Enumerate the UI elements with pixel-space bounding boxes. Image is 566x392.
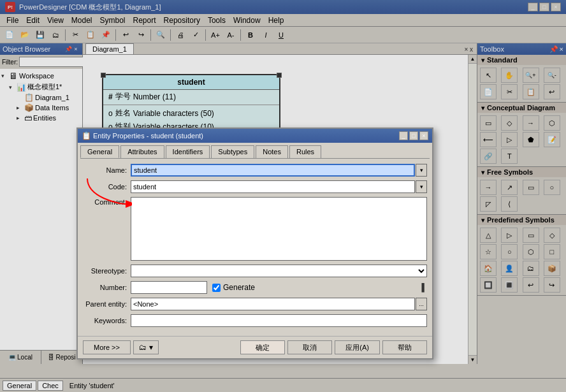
stereotype-label: Stereotype: [83,267,131,275]
cursor-position-indicator: ▌ [421,283,427,292]
footer-icon-button[interactable]: 🗂 ▾ [133,340,159,354]
tab-rules[interactable]: Rules [289,145,321,158]
ok-label: 确定 [256,343,270,352]
tab-subtypes-label: Subtypes [218,148,247,156]
modal-overlay: 📋 Entity Properties - student (student) … [0,0,566,392]
form-row-parent-entity: Parent entity: ... [83,298,427,310]
help-label: 帮助 [398,343,412,352]
modal-minimize-button[interactable]: _ [399,131,408,140]
footer-right: 确定 取消 应用(A) 帮助 [240,340,427,354]
code-label: Code: [83,183,131,191]
more-button[interactable]: More >> [83,340,131,354]
tab-general[interactable]: General [80,145,119,158]
tab-subtypes[interactable]: Subtypes [211,145,254,158]
name-expand-button[interactable]: ▾ [416,164,427,177]
tab-attributes-label: Attributes [127,148,157,156]
generate-checkbox[interactable] [212,284,221,292]
modal-maximize-button[interactable]: □ [409,131,418,140]
number-label: Number: [83,284,131,291]
modal-body: Name: ▾ Code: ▾ Comment: Stereotype: [78,159,432,336]
name-input[interactable] [131,164,415,177]
tab-notes[interactable]: Notes [256,145,288,158]
modal-title-bar: 📋 Entity Properties - student (student) … [78,129,432,143]
keywords-label: Keywords: [83,317,131,324]
form-row-stereotype: Stereotype: [83,265,427,277]
comment-textarea[interactable] [131,197,427,261]
tab-identifiers-label: Identifiers [173,148,203,156]
generate-label: Generate [223,283,255,292]
apply-button[interactable]: 应用(A) [335,340,380,354]
more-button-label: More >> [94,344,120,351]
cancel-button[interactable]: 取消 [287,340,332,354]
modal-tabs: General Attributes Identifiers Subtypes … [78,143,432,158]
form-row-keywords: Keywords: [83,314,427,327]
form-row-number: Number: Generate ▌ [83,281,427,294]
form-row-code: Code: ▾ [83,180,427,193]
tab-notes-label: Notes [263,148,281,156]
footer-left: More >> 🗂 ▾ [83,340,159,354]
code-input[interactable] [131,180,415,193]
comment-label: Comment: [83,197,131,206]
modal-title: Entity Properties - student (student) [93,132,399,140]
help-button[interactable]: 帮助 [382,340,427,354]
entity-properties-dialog: 📋 Entity Properties - student (student) … [76,127,433,359]
ok-button[interactable]: 确定 [240,340,285,354]
generate-checkbox-row: Generate [212,283,255,292]
modal-close-button[interactable]: × [419,131,428,140]
code-expand-button[interactable]: ▾ [416,180,427,193]
modal-window-controls: _ □ × [399,131,428,140]
form-row-comment: Comment: [83,197,427,261]
apply-label: 应用(A) [345,343,369,352]
parent-entity-input[interactable] [131,298,415,310]
keywords-input[interactable] [131,314,427,327]
tab-attributes[interactable]: Attributes [120,145,164,158]
modal-icon: 📋 [82,131,91,140]
tab-general-label: General [87,148,112,156]
number-input[interactable] [131,281,207,294]
stereotype-select[interactable] [131,265,427,277]
tab-identifiers[interactable]: Identifiers [166,145,210,158]
name-label: Name: [83,166,131,174]
cancel-label: 取消 [303,343,317,352]
form-row-name: Name: ▾ [83,164,427,177]
parent-entity-label: Parent entity: [83,300,131,308]
modal-footer: More >> 🗂 ▾ 确定 取消 应用(A) 帮助 [78,336,432,358]
parent-entity-browse-button[interactable]: ... [416,298,427,310]
tab-rules-label: Rules [296,148,314,156]
